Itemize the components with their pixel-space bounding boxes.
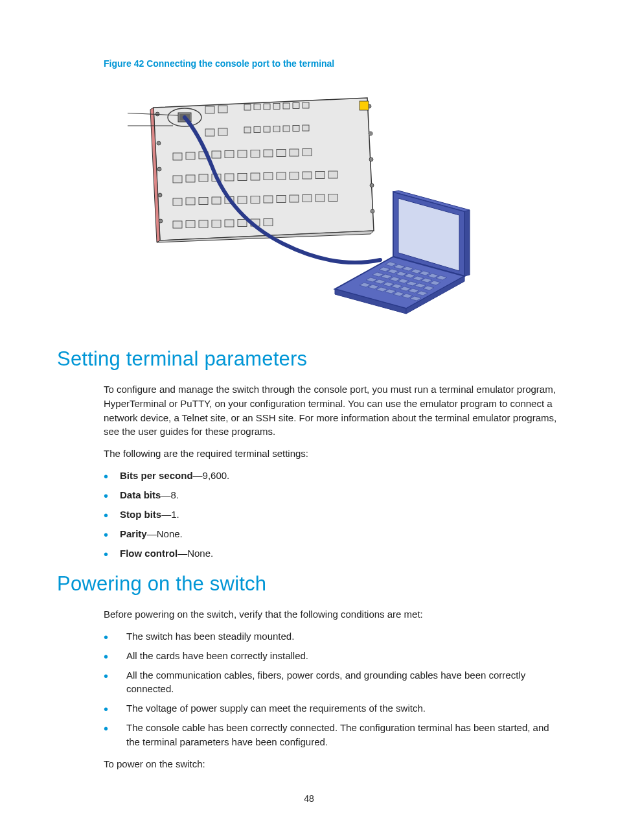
svg-rect-10	[293, 103, 299, 109]
svg-rect-32	[173, 176, 182, 183]
list-item: •The voltage of power supply can meet th…	[104, 701, 561, 716]
svg-rect-26	[238, 150, 247, 158]
terminal-settings-list: •Bits per second—9,600.•Data bits—8.•Sto…	[104, 469, 561, 561]
svg-rect-39	[264, 173, 273, 180]
list-item-text: All the cards have been correctly instal…	[126, 649, 561, 663]
svg-rect-65	[264, 219, 273, 226]
list-item: •Data bits—8.	[104, 488, 561, 502]
paragraph-settings-intro: The following are the required terminal …	[104, 447, 561, 461]
bullet-icon: •	[104, 670, 108, 682]
list-item: •Stop bits—1.	[104, 508, 561, 522]
svg-rect-27	[251, 150, 260, 158]
svg-rect-12	[205, 129, 214, 136]
svg-rect-40	[277, 172, 286, 180]
svg-rect-76	[360, 101, 369, 110]
svg-rect-28	[264, 150, 273, 157]
svg-rect-4	[218, 106, 227, 113]
heading-setting-terminal-parameters: Setting terminal parameters	[57, 347, 561, 371]
bullet-icon: •	[104, 528, 108, 541]
svg-rect-22	[186, 152, 195, 159]
svg-rect-60	[199, 220, 208, 228]
list-item: •Parity—None.	[104, 527, 561, 541]
svg-rect-24	[212, 151, 221, 158]
svg-rect-15	[254, 127, 260, 133]
paragraph-power-on-intro: To power on the switch:	[104, 757, 561, 771]
list-item-text: The voltage of power supply can meet the…	[126, 701, 561, 716]
svg-rect-19	[293, 126, 299, 132]
svg-rect-3	[205, 106, 214, 113]
bullet-icon: •	[104, 703, 108, 716]
bullet-icon: •	[104, 489, 108, 502]
svg-rect-42	[303, 172, 312, 179]
svg-rect-14	[244, 127, 251, 133]
list-item-text: Bits per second—9,600.	[120, 469, 561, 483]
svg-rect-43	[315, 172, 325, 179]
svg-rect-33	[186, 175, 195, 182]
svg-rect-5	[244, 104, 251, 110]
svg-rect-57	[328, 194, 338, 202]
svg-rect-37	[238, 174, 247, 181]
svg-point-69	[158, 193, 162, 197]
page-number: 48	[0, 793, 618, 804]
paragraph-terminal-intro: To configure and manage the switch throu…	[104, 382, 561, 439]
svg-rect-62	[225, 220, 234, 227]
list-item: •The console cable has been correctly co…	[104, 721, 561, 749]
svg-point-75	[371, 209, 374, 213]
list-item-text: All the communication cables, fibers, po…	[126, 668, 561, 697]
svg-rect-30	[290, 149, 299, 156]
bullet-icon: •	[104, 631, 108, 644]
svg-rect-54	[290, 195, 299, 202]
bullet-icon: •	[104, 722, 108, 735]
list-item-text: Parity—None.	[120, 527, 561, 541]
list-item: •Bits per second—9,600.	[104, 469, 561, 483]
svg-point-67	[157, 141, 161, 145]
bullet-icon: •	[104, 509, 108, 522]
list-item: •The switch has been steadily mounted.	[104, 629, 561, 644]
svg-rect-11	[303, 102, 309, 108]
svg-rect-20	[303, 125, 309, 131]
list-item: •Flow control—None.	[104, 546, 561, 561]
svg-rect-8	[273, 104, 280, 110]
conditions-list: •The switch has been steadily mounted.•A…	[104, 629, 561, 749]
svg-rect-17	[273, 126, 280, 132]
svg-rect-18	[283, 126, 290, 132]
svg-rect-31	[303, 149, 312, 156]
svg-rect-21	[173, 153, 182, 160]
svg-rect-53	[277, 196, 286, 203]
list-item-text: Flow control—None.	[120, 546, 561, 561]
svg-point-68	[157, 167, 161, 171]
svg-rect-51	[251, 196, 260, 204]
svg-rect-13	[218, 128, 227, 135]
paragraph-powering-intro: Before powering on the switch, verify th…	[104, 607, 561, 622]
figure-caption: Figure 42 Connecting the console port to…	[104, 58, 561, 69]
list-item-text: The switch has been steadily mounted.	[126, 629, 561, 644]
heading-powering-on-switch: Powering on the switch	[57, 572, 561, 596]
svg-rect-6	[254, 104, 260, 110]
svg-rect-9	[283, 103, 290, 109]
svg-point-70	[159, 219, 163, 223]
svg-point-72	[369, 132, 372, 135]
svg-rect-36	[225, 174, 234, 181]
list-item: •All the cards have been correctly insta…	[104, 649, 561, 663]
svg-rect-59	[186, 221, 195, 228]
bullet-icon: •	[104, 470, 108, 483]
svg-point-73	[369, 158, 373, 161]
svg-rect-47	[199, 198, 208, 205]
svg-rect-25	[225, 151, 234, 158]
svg-rect-56	[315, 194, 325, 202]
svg-point-74	[370, 183, 374, 187]
svg-rect-34	[199, 174, 208, 181]
list-item-text: Data bits—8.	[120, 488, 561, 502]
svg-rect-55	[303, 195, 312, 202]
svg-rect-61	[212, 220, 221, 228]
list-item-text: Stop bits—1.	[120, 508, 561, 522]
svg-rect-50	[238, 196, 247, 204]
svg-rect-41	[290, 172, 299, 180]
svg-rect-16	[264, 126, 270, 132]
svg-rect-7	[264, 104, 270, 110]
svg-rect-44	[328, 171, 338, 178]
list-item: •All the communication cables, fibers, p…	[104, 668, 561, 697]
svg-rect-46	[186, 198, 195, 205]
svg-rect-58	[173, 221, 182, 228]
svg-rect-38	[251, 173, 260, 180]
